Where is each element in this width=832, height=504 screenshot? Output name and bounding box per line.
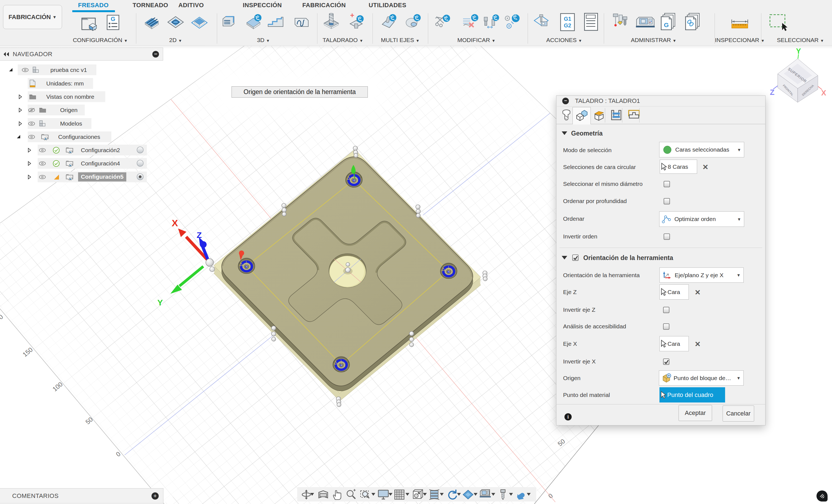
svg-text:Y: Y xyxy=(157,298,163,307)
svg-text:0: 0 xyxy=(0,313,4,321)
svg-text:+: + xyxy=(350,12,354,19)
svg-text:150: 150 xyxy=(21,346,34,359)
svg-text:G: G xyxy=(664,21,669,28)
svg-text:G: G xyxy=(111,16,115,22)
svg-text:Z: Z xyxy=(197,230,202,240)
svg-text:G2: G2 xyxy=(564,22,571,28)
svg-text:X: X xyxy=(172,218,178,228)
svg-text:X: X xyxy=(821,89,826,97)
svg-text:G1: G1 xyxy=(564,16,571,22)
svg-text:Z: Z xyxy=(770,88,775,96)
